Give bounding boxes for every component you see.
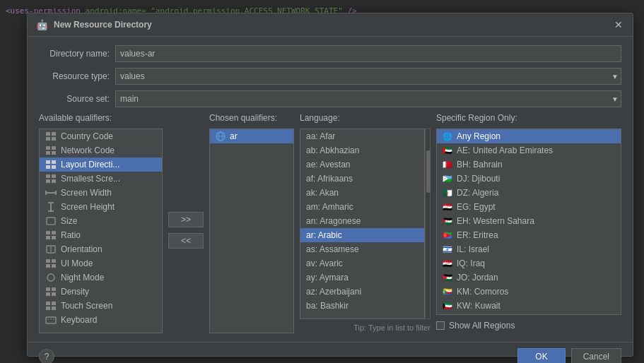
- lang-ak[interactable]: ak: Akan: [300, 186, 424, 200]
- lang-ay[interactable]: ay: Aymara: [300, 270, 424, 285]
- flag-ae-icon: 🇦🇪: [443, 146, 452, 155]
- orientation-icon: [45, 244, 57, 254]
- region-BH-label: BH: Bahrain: [457, 160, 503, 169]
- layout-direction-icon: [45, 160, 57, 169]
- svg-rect-25: [46, 236, 50, 239]
- region-DJ-label: DJ: Djibouti: [457, 174, 500, 184]
- region-IL-label: IL: Israel: [457, 244, 489, 254]
- region-KM[interactable]: 🇰🇲 KM: Comoros: [437, 285, 621, 299]
- qualifier-orientation-label: Orientation: [61, 244, 103, 254]
- svg-point-33: [47, 274, 54, 281]
- qualifier-ui-mode[interactable]: UI Mode: [40, 256, 162, 270]
- lang-av[interactable]: av: Avaric: [300, 256, 424, 270]
- lang-ar[interactable]: ar: Arabic: [300, 228, 424, 242]
- lang-am[interactable]: am: Amharic: [300, 200, 424, 214]
- qualifier-size[interactable]: Size: [40, 214, 162, 228]
- screen-width-icon: [45, 188, 57, 198]
- flag-il-icon: 🇮🇱: [443, 245, 452, 254]
- directory-name-row: Directory name:: [39, 45, 621, 62]
- qualifier-screen-height[interactable]: Screen Height: [40, 200, 162, 214]
- qualifier-orientation[interactable]: Orientation: [40, 242, 162, 256]
- qualifier-smallest-screen[interactable]: Smallest Scre...: [40, 172, 162, 186]
- region-any[interactable]: 🌐 Any Region: [437, 129, 621, 143]
- flag-iq-icon: 🇮🇶: [443, 259, 452, 268]
- region-EH[interactable]: 🇪🇭 EH: Western Sahara: [437, 214, 621, 228]
- qualifier-country-code-label: Country Code: [61, 131, 113, 141]
- help-button[interactable]: ?: [39, 349, 54, 363]
- lang-ba[interactable]: ba: Bashkir: [300, 299, 424, 313]
- svg-rect-29: [46, 259, 50, 263]
- region-IL[interactable]: 🇮🇱 IL: Israel: [437, 242, 621, 256]
- lang-as[interactable]: as: Assamese: [300, 242, 424, 256]
- svg-rect-1: [52, 132, 56, 136]
- add-qualifier-button[interactable]: >>: [168, 212, 204, 227]
- flag-eg-icon: 🇪🇬: [443, 203, 452, 212]
- region-DZ[interactable]: 🇩🇿 DZ: Algeria: [437, 186, 621, 200]
- ok-button[interactable]: OK: [517, 348, 565, 363]
- region-BH[interactable]: 🇧🇭 BH: Bahrain: [437, 157, 621, 172]
- region-EG-label: EG: Egypt: [457, 202, 496, 212]
- qualifier-screen-width[interactable]: Screen Width: [40, 186, 162, 200]
- lang-ab[interactable]: ab: Abkhazian: [300, 143, 424, 157]
- region-AE[interactable]: 🇦🇪 AE: United Arab Emirates: [437, 143, 621, 157]
- screen-height-icon: [45, 202, 57, 212]
- region-KW[interactable]: 🇰🇼 KW: Kuwait: [437, 299, 621, 313]
- flag-jo-icon: 🇯🇴: [443, 273, 452, 282]
- flag-bh-icon: 🇧🇭: [443, 160, 452, 169]
- svg-rect-8: [46, 160, 50, 164]
- region-ER-label: ER: Eritrea: [457, 230, 498, 240]
- available-qualifiers-label: Available qualifiers:: [39, 113, 163, 123]
- region-DJ[interactable]: 🇩🇯 DJ: Djibouti: [437, 172, 621, 186]
- region-IQ[interactable]: 🇮🇶 IQ: Iraq: [437, 256, 621, 270]
- lang-aa[interactable]: aa: Afar: [300, 129, 424, 143]
- resource-type-select-wrapper: values ▼: [115, 68, 621, 85]
- smallest-screen-icon: [45, 174, 57, 184]
- keyboard-icon: [45, 315, 57, 325]
- lang-an[interactable]: an: Aragonese: [300, 214, 424, 228]
- region-list[interactable]: 🌐 Any Region 🇦🇪 AE: United Arab Emirates…: [436, 129, 621, 315]
- region-JO[interactable]: 🇯🇴 JO: Jordan: [437, 270, 621, 285]
- globe-region-icon: 🌐: [443, 132, 452, 141]
- close-button[interactable]: ✕: [613, 19, 624, 30]
- qualifier-screen-width-label: Screen Width: [61, 188, 112, 198]
- region-EG[interactable]: 🇪🇬 EG: Egypt: [437, 200, 621, 214]
- qualifier-night-mode[interactable]: Night Mode: [40, 270, 162, 285]
- language-scrollbar[interactable]: [425, 129, 431, 319]
- svg-rect-3: [52, 137, 56, 141]
- qualifier-density[interactable]: Density: [40, 285, 162, 299]
- available-qualifiers-list[interactable]: Country Code Network Code Layout Directi…: [39, 129, 163, 333]
- chosen-ar[interactable]: ar: [210, 129, 293, 143]
- svg-rect-42: [46, 317, 56, 323]
- source-set-select[interactable]: main: [115, 90, 621, 107]
- dialog-body: Directory name: Resource type: values ▼ …: [28, 37, 633, 342]
- flag-kw-icon: 🇰🇼: [443, 302, 452, 311]
- remove-qualifier-button[interactable]: <<: [168, 233, 204, 249]
- resource-type-select[interactable]: values: [115, 68, 621, 85]
- region-DZ-label: DZ: Algeria: [457, 188, 498, 198]
- chosen-qualifiers-list[interactable]: ar: [209, 129, 294, 333]
- flag-km-icon: 🇰🇲: [443, 287, 452, 297]
- language-list[interactable]: aa: Afar ab: Abkhazian ae: Avestan af: A…: [300, 129, 425, 319]
- chosen-qualifiers-label: Chosen qualifiers:: [209, 113, 294, 123]
- language-label: Language:: [300, 113, 431, 123]
- qualifier-network-code[interactable]: Network Code: [40, 143, 162, 157]
- directory-name-input[interactable]: [115, 45, 621, 62]
- svg-rect-6: [46, 151, 50, 155]
- cancel-button[interactable]: Cancel: [571, 348, 621, 363]
- region-ER[interactable]: 🇪🇷 ER: Eritrea: [437, 228, 621, 242]
- lang-af[interactable]: af: Afrikaans: [300, 172, 424, 186]
- qualifier-arrow-buttons: >> <<: [168, 113, 204, 333]
- region-EH-label: EH: Western Sahara: [457, 216, 534, 226]
- qualifier-country-code[interactable]: Country Code: [40, 129, 162, 143]
- show-all-regions-checkbox[interactable]: [436, 321, 445, 330]
- qualifier-ratio[interactable]: Ratio: [40, 228, 162, 242]
- lang-ae[interactable]: ae: Avestan: [300, 157, 424, 172]
- region-KM-label: KM: Comoros: [457, 287, 508, 297]
- title-bar-left: 🤖 New Resource Directory: [36, 19, 152, 30]
- lang-az[interactable]: az: Azerbaijani: [300, 285, 424, 299]
- qualifier-keyboard[interactable]: Keyboard: [40, 313, 162, 327]
- qualifier-layout-direction[interactable]: Layout Directi...: [40, 157, 162, 172]
- svg-rect-26: [52, 236, 56, 239]
- svg-rect-30: [52, 259, 56, 263]
- qualifier-touch-screen[interactable]: Touch Screen: [40, 299, 162, 313]
